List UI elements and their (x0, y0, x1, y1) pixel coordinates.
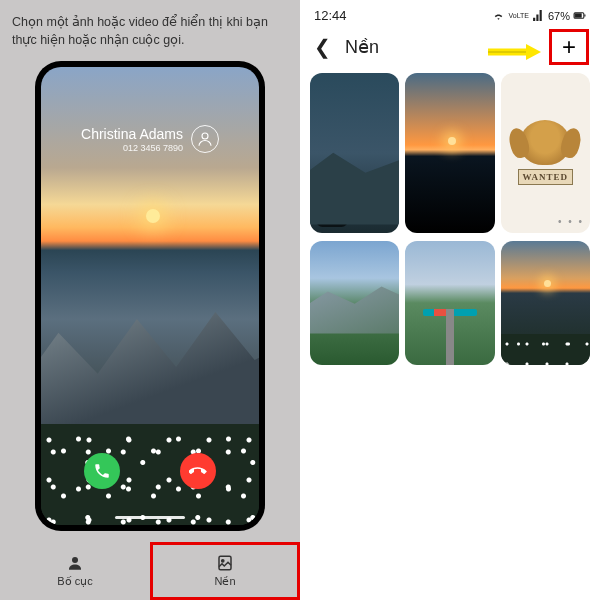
sun-graphic (146, 209, 160, 223)
phone-preview: Christina Adams 012 3456 7890 (35, 61, 265, 531)
add-button[interactable]: + (552, 32, 586, 62)
home-indicator (115, 516, 185, 519)
tab-layout-label: Bố cục (57, 575, 92, 588)
caller-name: Christina Adams (81, 126, 183, 142)
battery-percent: 67% (548, 10, 570, 22)
dog-graphic (520, 120, 570, 165)
volte-label: VoLTE (508, 12, 529, 19)
background-thumb[interactable]: Video (310, 73, 399, 233)
right-screen: 12:44 VoLTE 67% ❮ Nền + Video WA (300, 0, 600, 600)
svg-rect-5 (575, 14, 581, 17)
background-thumb[interactable] (405, 241, 494, 365)
more-dots: • • • (558, 216, 584, 227)
instruction-text: Chọn một ảnh hoặc video để hiển thị khi … (0, 0, 300, 57)
caller-info: Christina Adams 012 3456 7890 (41, 125, 259, 153)
wanted-label: WANTED (518, 169, 574, 185)
highlight-arrow (486, 42, 542, 66)
caller-avatar-icon (191, 125, 219, 153)
status-bar: 12:44 VoLTE 67% (300, 0, 600, 27)
background-thumb[interactable] (310, 241, 399, 365)
back-button[interactable]: ❮ (314, 35, 331, 59)
signal-icon (532, 9, 545, 22)
page-header: ❮ Nền + (300, 27, 600, 67)
svg-point-3 (222, 560, 224, 562)
background-thumb[interactable]: WANTED • • • (501, 73, 590, 233)
background-thumb[interactable] (405, 73, 494, 233)
mountain-graphic (41, 305, 259, 442)
call-buttons (41, 453, 259, 489)
svg-marker-8 (526, 44, 541, 60)
accept-call-button[interactable] (84, 453, 120, 489)
wifi-icon (492, 9, 505, 22)
left-screen: Chọn một ảnh hoặc video để hiển thị khi … (0, 0, 300, 600)
caller-number: 012 3456 7890 (81, 143, 183, 153)
background-grid-row2 (300, 239, 600, 367)
phone-screen: Christina Adams 012 3456 7890 (41, 67, 259, 525)
svg-point-1 (72, 557, 78, 563)
page-title: Nền (345, 36, 379, 58)
status-time: 12:44 (314, 8, 347, 23)
bottom-tabs: Bố cục Nền (0, 542, 300, 600)
svg-point-0 (202, 133, 208, 139)
tab-background-label: Nền (214, 575, 235, 588)
video-badge: Video (316, 214, 348, 227)
tab-layout[interactable]: Bố cục (0, 542, 150, 600)
call-wallpaper: Christina Adams 012 3456 7890 (41, 67, 259, 525)
battery-icon (573, 9, 586, 22)
background-grid-row1: Video WANTED • • • (300, 67, 600, 239)
tab-background[interactable]: Nền (150, 542, 300, 600)
background-thumb[interactable] (501, 241, 590, 365)
reject-call-button[interactable] (180, 453, 216, 489)
